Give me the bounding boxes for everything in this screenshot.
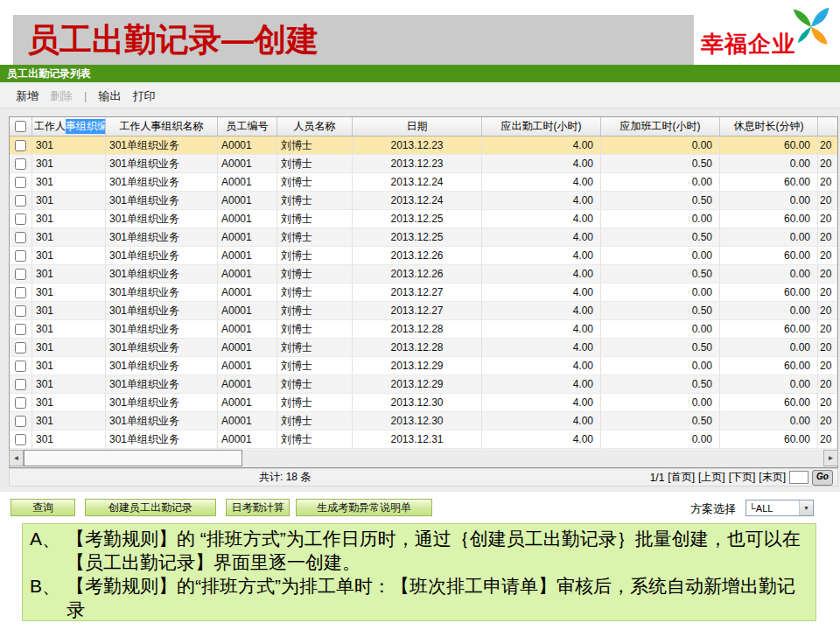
- table-row[interactable]: 301 301单组织业务 A0001 刘博士 2013.12.23 4.00 0…: [10, 155, 837, 173]
- cell-work-hours: 4.00: [482, 302, 601, 319]
- cell-clipped: 20: [818, 430, 837, 448]
- scroll-left-icon[interactable]: ◄: [9, 450, 24, 466]
- column-header-emp-name[interactable]: 人员名称: [277, 117, 353, 136]
- cell-overtime-hours: 0.00: [601, 247, 720, 264]
- select-all-checkbox[interactable]: [15, 121, 26, 132]
- cell-overtime-hours: 0.50: [601, 375, 720, 393]
- column-header-date[interactable]: 日期: [353, 117, 482, 136]
- page-info: 1/1: [650, 472, 665, 484]
- cell-clipped: 20: [818, 228, 837, 246]
- table-row[interactable]: 301 301单组织业务 A0001 刘博士 2013.12.31 4.00 0…: [10, 430, 837, 449]
- cell-org-code: 301: [32, 394, 106, 411]
- note-text: 【考勤规则】的 “排班方式”为工作日历时，通过｛创建员工出勤记录｝批量创建，也可…: [66, 527, 808, 574]
- scroll-right-icon[interactable]: ►: [823, 450, 838, 466]
- cell-work-hours: 4.00: [482, 247, 601, 264]
- row-checkbox[interactable]: [15, 342, 26, 354]
- row-checkbox-cell: [10, 339, 32, 356]
- note-marker: B、: [30, 574, 66, 621]
- row-checkbox[interactable]: [15, 305, 26, 317]
- cell-org-code: 301: [32, 173, 106, 191]
- generate-exception-sheet-button[interactable]: 生成考勤异常说明单: [296, 499, 432, 516]
- table-row[interactable]: 301 301单组织业务 A0001 刘博士 2013.12.27 4.00 0…: [10, 302, 837, 320]
- cell-rest-minutes: 0.00: [720, 375, 818, 393]
- cell-clipped: 20: [818, 155, 837, 172]
- table-row[interactable]: 301 301单组织业务 A0001 刘博士 2013.12.29 4.00 0…: [10, 375, 837, 394]
- cell-clipped: 20: [818, 394, 837, 411]
- cell-clipped: 20: [818, 192, 837, 209]
- cell-emp-name: 刘博士: [277, 210, 353, 228]
- next-page-link[interactable]: [下页]: [729, 470, 756, 485]
- cell-rest-minutes: 60.00: [720, 394, 818, 411]
- cell-overtime-hours: 0.00: [601, 136, 720, 154]
- table-row[interactable]: 301 301单组织业务 A0001 刘博士 2013.12.23 4.00 0…: [10, 136, 837, 155]
- row-checkbox[interactable]: [15, 232, 26, 243]
- row-checkbox[interactable]: [15, 416, 26, 427]
- table-row[interactable]: 301 301单组织业务 A0001 刘博士 2013.12.30 4.00 0…: [10, 394, 837, 412]
- table-row[interactable]: 301 301单组织业务 A0001 刘博士 2013.12.28 4.00 0…: [10, 320, 837, 339]
- daily-attendance-calc-button[interactable]: 日考勤计算: [226, 499, 290, 516]
- row-checkbox[interactable]: [15, 214, 26, 225]
- cell-rest-minutes: 60.00: [720, 210, 818, 228]
- cell-emp-no: A0001: [218, 173, 277, 191]
- column-header-org-name[interactable]: 工作人事组织名称: [106, 117, 218, 136]
- prev-page-link[interactable]: [上页]: [698, 470, 725, 485]
- row-checkbox[interactable]: [15, 360, 26, 372]
- row-checkbox[interactable]: [15, 158, 26, 170]
- cell-org-name: 301单组织业务: [106, 247, 218, 264]
- select-all-checkbox-cell: [10, 117, 32, 136]
- table-row[interactable]: 301 301单组织业务 A0001 刘博士 2013.12.24 4.00 0…: [10, 192, 837, 210]
- toolbar-export-button[interactable]: 输出: [98, 88, 121, 104]
- query-button[interactable]: 查询: [10, 499, 75, 516]
- note-marker: A、: [30, 527, 66, 574]
- title-band: 员工出勤记录—创建: [13, 15, 694, 65]
- table-row[interactable]: 301 301单组织业务 A0001 刘博士 2013.12.30 4.00 0…: [10, 412, 837, 430]
- row-checkbox[interactable]: [15, 140, 26, 151]
- row-checkbox[interactable]: [15, 177, 26, 188]
- cell-org-code: 301: [32, 210, 106, 228]
- table-row[interactable]: 301 301单组织业务 A0001 刘博士 2013.12.28 4.00 0…: [10, 339, 837, 357]
- table-row[interactable]: 301 301单组织业务 A0001 刘博士 2013.12.24 4.00 0…: [10, 173, 837, 192]
- row-checkbox[interactable]: [15, 324, 26, 335]
- cell-work-hours: 4.00: [482, 430, 601, 448]
- table-row[interactable]: 301 301单组织业务 A0001 刘博士 2013.12.25 4.00 0…: [10, 210, 837, 228]
- table-row[interactable]: 301 301单组织业务 A0001 刘博士 2013.12.29 4.00 0…: [10, 357, 837, 375]
- page-number-input[interactable]: [789, 471, 808, 484]
- column-header-org-code[interactable]: 工作人事组织编.: [32, 117, 106, 136]
- cell-emp-no: A0001: [218, 412, 277, 430]
- row-checkbox[interactable]: [15, 434, 26, 445]
- attendance-table: 工作人事组织编. 工作人事组织名称 员工编号 人员名称 日期 应出勤工时(小时)…: [9, 116, 838, 468]
- toolbar-print-button[interactable]: 打印: [132, 88, 155, 104]
- cell-org-name: 301单组织业务: [106, 210, 218, 228]
- row-checkbox-cell: [10, 173, 32, 191]
- scheme-select-dropdown[interactable]: └ALL ▼: [746, 500, 814, 516]
- row-checkbox[interactable]: [15, 397, 26, 409]
- column-header-work-hours[interactable]: 应出勤工时(小时): [482, 117, 601, 136]
- row-checkbox[interactable]: [15, 250, 26, 262]
- cell-date: 2013.12.26: [353, 265, 482, 283]
- last-page-link[interactable]: [末页]: [759, 470, 786, 485]
- column-header-rest-minutes[interactable]: 休息时长(分钟): [720, 117, 818, 136]
- table-row[interactable]: 301 301单组织业务 A0001 刘博士 2013.12.26 4.00 0…: [10, 265, 837, 284]
- cell-org-code: 301: [32, 136, 106, 154]
- cell-org-code: 301: [32, 357, 106, 374]
- cell-rest-minutes: 0.00: [720, 412, 818, 430]
- table-body: 301 301单组织业务 A0001 刘博士 2013.12.23 4.00 0…: [10, 136, 837, 467]
- note-item-b: B、 【考勤规则】的“排班方式”为排工单时：【班次排工申请单】审核后，系统自动新…: [30, 574, 808, 621]
- first-page-link[interactable]: [首页]: [668, 470, 695, 485]
- toolbar-delete-button[interactable]: 删除: [50, 88, 73, 104]
- cell-overtime-hours: 0.00: [601, 173, 720, 191]
- scrollbar-thumb[interactable]: [24, 450, 242, 466]
- row-checkbox[interactable]: [15, 269, 26, 280]
- table-row[interactable]: 301 301单组织业务 A0001 刘博士 2013.12.26 4.00 0…: [10, 247, 837, 265]
- column-header-overtime-hours[interactable]: 应加班工时(小时): [601, 117, 720, 136]
- row-checkbox[interactable]: [15, 287, 26, 298]
- column-header-emp-no[interactable]: 员工编号: [218, 117, 277, 136]
- go-button[interactable]: Go: [812, 470, 833, 486]
- toolbar-new-button[interactable]: 新增: [16, 88, 38, 104]
- row-checkbox[interactable]: [15, 379, 26, 390]
- cell-overtime-hours: 0.00: [601, 210, 720, 228]
- row-checkbox[interactable]: [15, 195, 26, 206]
- table-row[interactable]: 301 301单组织业务 A0001 刘博士 2013.12.25 4.00 0…: [10, 228, 837, 247]
- table-row[interactable]: 301 301单组织业务 A0001 刘博士 2013.12.27 4.00 0…: [10, 284, 837, 302]
- create-attendance-record-button[interactable]: 创建员工出勤记录: [85, 499, 216, 516]
